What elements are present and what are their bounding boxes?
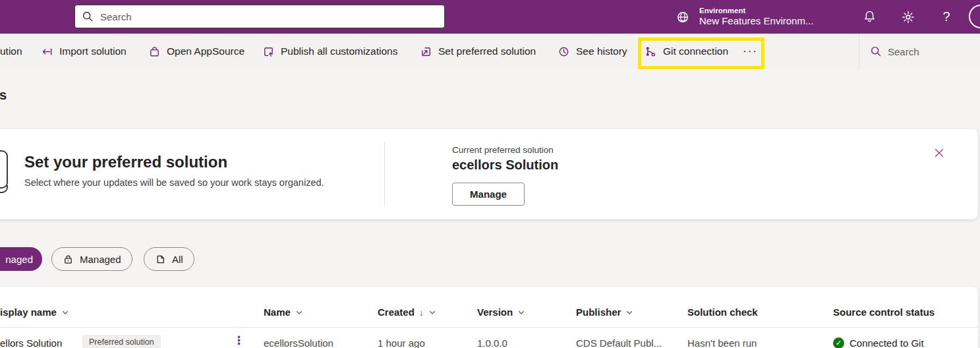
environment-name: New Features Environm... — [699, 15, 813, 26]
preferred-solution-banner: Set your preferred solution Select where… — [0, 129, 978, 219]
column-header-version[interactable]: Version — [477, 297, 525, 328]
git-connection-button[interactable]: Git connection — [645, 34, 728, 69]
manage-button[interactable]: Manage — [452, 183, 525, 206]
preferred-solution-badge: Preferred solution — [82, 335, 161, 348]
global-search-input[interactable] — [100, 11, 438, 22]
publish-icon — [262, 45, 275, 58]
environment-picker[interactable]: Environment New Features Environm... — [676, 0, 813, 34]
open-appsource-button[interactable]: Open AppSource — [148, 34, 245, 69]
sort-descending-icon: ↓ — [419, 307, 424, 318]
cell-publisher: CDS Default Publ... — [576, 337, 662, 348]
solutions-page: s Set your preferred solution Select whe… — [0, 69, 980, 348]
set-preferred-solution-button[interactable]: Set preferred solution — [420, 34, 536, 69]
account-avatar[interactable] — [969, 5, 980, 28]
column-header-display-name[interactable]: isplay name — [0, 297, 69, 328]
chevron-down-icon — [625, 308, 633, 316]
command-overflow-button[interactable]: ··· — [743, 34, 758, 69]
command-new-solution-fragment[interactable]: ution — [0, 34, 22, 69]
search-icon — [82, 11, 94, 22]
created-header-label: Created — [378, 306, 415, 318]
import-solution-button[interactable]: Import solution — [41, 34, 127, 69]
publisher-header-label: Publisher — [576, 306, 621, 318]
page-title: s — [0, 88, 7, 103]
publish-all-label: Publish all customizations — [281, 45, 397, 57]
banner-divider — [384, 142, 385, 206]
history-clock-icon — [558, 45, 570, 58]
column-header-solution-check[interactable]: Solution check — [687, 297, 758, 328]
app-header: Environment New Features Environm... ? — [0, 0, 980, 34]
filter-all-label: All — [172, 254, 183, 265]
preferred-solution-icon — [420, 45, 432, 58]
chevron-down-icon — [517, 308, 525, 316]
filter-pill-unmanaged[interactable]: naged — [0, 247, 42, 271]
current-preferred-label: Current preferred solution — [452, 145, 554, 155]
row-more-icon[interactable]: ⋮ — [231, 334, 247, 347]
banner-title: Set your preferred solution — [24, 153, 227, 171]
cell-name: ecellorsSolution — [264, 337, 333, 348]
help-icon: ? — [942, 9, 950, 24]
gear-icon — [901, 10, 915, 24]
settings-button[interactable] — [893, 0, 923, 34]
environment-label: Environment — [699, 7, 813, 15]
close-icon — [934, 148, 944, 158]
git-connection-label: Git connection — [663, 45, 728, 57]
environment-globe-icon — [676, 10, 690, 24]
cell-created: 1 hour ago — [378, 337, 425, 348]
check-circle-icon: ✓ — [833, 337, 844, 348]
banner-subtitle: Select where your updates will be saved … — [24, 177, 324, 188]
banner-illustration-icon — [0, 150, 8, 188]
source-control-status-text: Connected to Git — [850, 337, 924, 348]
command-bar-search[interactable]: Search — [870, 34, 919, 69]
solution-check-header-label: Solution check — [687, 306, 758, 318]
column-header-name[interactable]: Name — [264, 297, 303, 328]
publish-all-button[interactable]: Publish all customizations — [262, 34, 397, 69]
chevron-down-icon — [295, 308, 303, 316]
notifications-button[interactable] — [854, 0, 884, 34]
import-solution-label: Import solution — [59, 45, 127, 57]
table-row[interactable]: ellors Solution Preferred solution ⋮ ece… — [0, 328, 978, 348]
see-history-label: See history — [576, 45, 627, 57]
banner-close-button[interactable] — [932, 146, 946, 160]
bell-icon — [863, 10, 877, 24]
open-appsource-label: Open AppSource — [167, 45, 245, 57]
cell-version: 1.0.0.0 — [477, 337, 507, 348]
chevron-down-icon — [61, 308, 69, 316]
source-control-header-label: Source control status — [833, 306, 935, 318]
version-header-label: Version — [477, 306, 513, 318]
filter-pill-managed[interactable]: Managed — [51, 247, 132, 271]
filter-managed-label: Managed — [80, 254, 121, 265]
command-search-placeholder: Search — [888, 46, 919, 57]
see-history-button[interactable]: See history — [558, 34, 627, 69]
lock-icon — [63, 254, 74, 265]
cell-source-control-status: ✓ Connected to Git — [833, 337, 924, 348]
ellipsis-icon: ··· — [743, 45, 758, 58]
set-preferred-solution-label: Set preferred solution — [438, 45, 536, 57]
current-preferred-value: ecellors Solution — [452, 158, 558, 173]
import-icon — [41, 45, 53, 58]
solutions-table: isplay name Name Created ↓ Version Publi… — [0, 287, 978, 348]
command-bar-divider — [859, 34, 859, 69]
filter-unmanaged-label: naged — [5, 254, 33, 265]
chevron-down-icon — [428, 308, 436, 316]
table-header-row: isplay name Name Created ↓ Version Publi… — [0, 297, 978, 328]
git-branch-icon — [645, 45, 657, 58]
shopping-bag-icon — [148, 45, 161, 58]
command-bar: ution Import solution Open AppSource Pub… — [0, 34, 980, 69]
cell-display-name[interactable]: ellors Solution — [0, 337, 62, 348]
column-header-publisher[interactable]: Publisher — [576, 297, 633, 328]
global-search-box[interactable] — [74, 5, 445, 28]
help-button[interactable]: ? — [931, 0, 962, 34]
document-icon — [155, 254, 166, 265]
search-icon — [870, 45, 882, 57]
name-header-label: Name — [264, 306, 291, 318]
column-header-source-control[interactable]: Source control status — [833, 297, 935, 328]
display-name-header-label: isplay name — [0, 306, 57, 318]
cell-solution-check: Hasn't been run — [687, 337, 757, 348]
filter-pill-all[interactable]: All — [144, 247, 194, 271]
column-header-created[interactable]: Created ↓ — [378, 297, 436, 328]
